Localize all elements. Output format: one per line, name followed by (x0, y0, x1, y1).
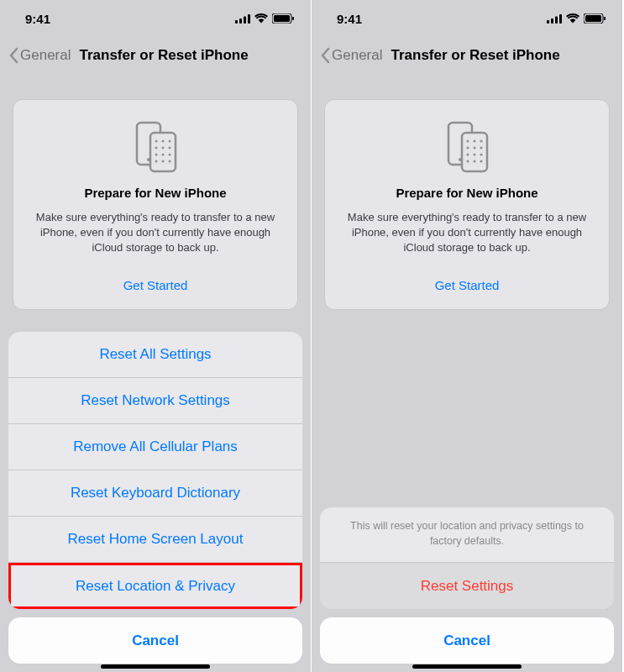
action-sheet: Reset All Settings Reset Network Setting… (8, 332, 302, 609)
home-indicator-wrap (0, 664, 311, 669)
reset-location-privacy-button[interactable]: Reset Location & Privacy (8, 563, 302, 609)
svg-point-42 (474, 160, 476, 163)
prepare-card: Prepare for New iPhone Make sure everyth… (324, 99, 610, 310)
battery-icon (272, 13, 294, 24)
status-time: 9:41 (328, 12, 362, 26)
card-title: Prepare for New iPhone (338, 186, 595, 200)
prepare-card: Prepare for New iPhone Make sure everyth… (13, 99, 298, 310)
svg-point-12 (169, 140, 171, 143)
svg-rect-25 (559, 14, 562, 24)
cellular-icon (235, 14, 250, 24)
svg-rect-5 (274, 15, 290, 22)
svg-point-32 (467, 140, 469, 143)
nav-bar: General Transfer or Reset iPhone (0, 37, 311, 74)
svg-point-40 (480, 154, 483, 156)
svg-rect-3 (248, 14, 250, 24)
status-bar: 9:41 (312, 0, 622, 37)
phones-icon (338, 121, 595, 173)
svg-rect-0 (235, 20, 238, 24)
card-title: Prepare for New iPhone (27, 186, 284, 200)
svg-point-13 (155, 147, 158, 150)
action-sheet-container: Reset All Settings Reset Network Setting… (0, 332, 311, 672)
svg-point-19 (155, 160, 158, 163)
cancel-button[interactable]: Cancel (8, 617, 302, 664)
get-started-button[interactable]: Get Started (338, 278, 595, 292)
cancel-button[interactable]: Cancel (320, 617, 614, 664)
svg-point-15 (169, 147, 171, 150)
svg-rect-9 (150, 133, 176, 171)
status-indicators (235, 13, 294, 24)
svg-point-43 (480, 160, 483, 163)
svg-point-41 (467, 160, 469, 163)
svg-rect-28 (604, 17, 606, 20)
svg-rect-23 (551, 18, 553, 24)
cellular-icon (547, 14, 562, 24)
wifi-icon (566, 13, 579, 24)
get-started-button[interactable]: Get Started (27, 278, 284, 292)
reset-settings-button[interactable]: Reset Settings (320, 563, 614, 609)
nav-title: Transfer or Reset iPhone (391, 47, 559, 64)
svg-point-35 (467, 147, 469, 150)
home-indicator[interactable] (101, 664, 210, 669)
confirm-sheet: This will reset your location and privac… (320, 507, 614, 609)
status-indicators (547, 13, 606, 24)
wifi-icon (254, 13, 268, 24)
svg-point-14 (162, 147, 165, 150)
home-indicator[interactable] (412, 664, 522, 669)
reset-keyboard-dictionary-button[interactable]: Reset Keyboard Dictionary (8, 470, 302, 517)
svg-point-11 (162, 140, 165, 143)
svg-rect-22 (547, 20, 549, 24)
svg-point-21 (169, 160, 171, 163)
card-description: Make sure everything's ready to transfer… (338, 210, 595, 256)
card-description: Make sure everything's ready to transfer… (27, 210, 284, 256)
back-label: General (332, 47, 382, 64)
svg-point-39 (474, 154, 476, 156)
phone-left: 9:41 General Transfer or Reset iPhone Pr… (0, 0, 312, 672)
svg-rect-31 (462, 133, 487, 171)
remove-cellular-plans-button[interactable]: Remove All Cellular Plans (8, 424, 302, 470)
svg-point-36 (474, 147, 476, 150)
action-sheet-container: This will reset your location and privac… (312, 507, 622, 672)
phone-right: 9:41 General Transfer or Reset iPhone Pr… (312, 0, 623, 672)
reset-home-screen-button[interactable]: Reset Home Screen Layout (8, 517, 302, 563)
svg-rect-27 (585, 15, 601, 22)
svg-point-20 (162, 160, 165, 163)
svg-rect-24 (555, 16, 558, 24)
chevron-left-icon (8, 47, 18, 64)
svg-point-10 (155, 140, 158, 143)
svg-point-38 (467, 154, 469, 156)
svg-point-37 (480, 147, 483, 150)
back-label: General (20, 47, 71, 64)
svg-point-16 (155, 154, 158, 156)
svg-rect-6 (292, 17, 294, 20)
chevron-left-icon (320, 47, 330, 64)
status-time: 9:41 (17, 12, 50, 26)
svg-rect-1 (239, 18, 242, 24)
svg-point-34 (480, 140, 483, 143)
battery-icon (584, 13, 606, 24)
nav-bar: General Transfer or Reset iPhone (312, 37, 622, 74)
nav-title: Transfer or Reset iPhone (79, 47, 248, 64)
confirm-message: This will reset your location and privac… (320, 507, 614, 563)
svg-point-18 (169, 154, 171, 156)
svg-point-33 (474, 140, 476, 143)
phones-icon (27, 121, 284, 173)
back-button[interactable]: General (8, 47, 71, 64)
svg-rect-2 (244, 16, 246, 24)
reset-all-settings-button[interactable]: Reset All Settings (8, 332, 302, 378)
reset-network-settings-button[interactable]: Reset Network Settings (8, 378, 302, 424)
status-bar: 9:41 (0, 0, 311, 37)
home-indicator-wrap (312, 664, 622, 669)
back-button[interactable]: General (320, 47, 382, 64)
svg-point-17 (162, 154, 165, 156)
